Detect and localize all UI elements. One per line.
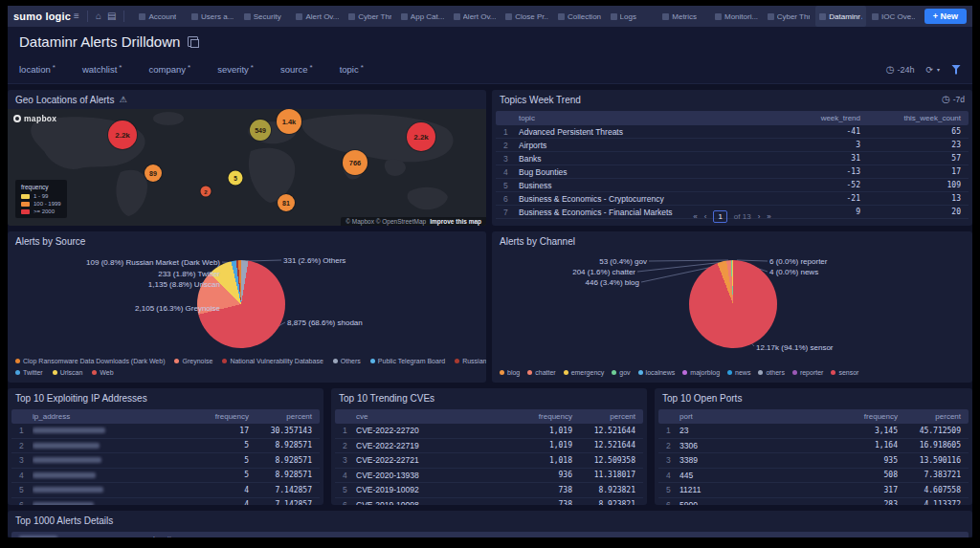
refresh-button[interactable]: ⟳▾ (925, 65, 940, 75)
table-row[interactable]: 6 Business & Economics - Cryptocurrency … (496, 192, 969, 206)
column-frequency[interactable]: frequency (517, 412, 572, 421)
column-percent[interactable]: percent (572, 412, 635, 421)
column-port[interactable]: port (679, 412, 842, 421)
column-cve[interactable]: cve (356, 412, 517, 421)
nav-tab[interactable]: Users a... (188, 6, 238, 27)
table-row[interactable]: 4 445 508 7.383721 (658, 469, 969, 484)
column-week-trend[interactable]: week_trend (784, 114, 860, 122)
table-row[interactable]: 2 Airports 3 23 (496, 139, 969, 152)
table-row[interactable]: 5 Business -52 109 (496, 179, 969, 192)
table-row[interactable]: 2 3306 1,164 16.918605 (658, 439, 969, 454)
legend-item[interactable]: Others (333, 358, 361, 364)
table-row[interactable]: 6 CVE-2019-10098 738 8.923821 (335, 498, 643, 506)
table-row[interactable]: 5 11211 317 4.607558 (658, 483, 969, 498)
nav-tab[interactable]: Monitori... (711, 6, 762, 27)
filter-icon[interactable] (951, 65, 961, 75)
legend-item[interactable]: Clop Ransomware Data Downloads (Dark Web… (15, 358, 165, 364)
column-frequency[interactable]: frequency (842, 412, 898, 421)
warning-icon[interactable]: ⚠ (119, 95, 126, 104)
panel-time-range[interactable]: ◷ -7d (942, 95, 965, 104)
legend-item[interactable]: localnews (638, 369, 676, 376)
legend-item[interactable]: chatter (527, 369, 555, 376)
column-this-week-count[interactable]: this_week_count (860, 114, 961, 122)
nav-tab[interactable]: Logs (607, 6, 657, 27)
nav-tab[interactable]: Metrics (658, 6, 709, 27)
filter-dropdown[interactable]: source * (280, 64, 313, 75)
new-button[interactable]: + New (924, 9, 967, 24)
legend-item[interactable]: others (758, 369, 784, 376)
table-row[interactable]: 1 23 3,145 45.712509 (658, 424, 969, 439)
legend-item[interactable]: Greynoise (174, 358, 212, 364)
column-percent[interactable]: percent (249, 412, 312, 421)
legend-item[interactable]: Urlscan (53, 369, 83, 376)
legend-item[interactable]: blog (500, 369, 520, 376)
improve-map-link[interactable]: Improve this map (430, 218, 481, 225)
current-page[interactable]: 1 (713, 210, 726, 223)
column-topic[interactable]: topic (519, 114, 784, 122)
nav-tab[interactable]: Account (135, 6, 186, 27)
nav-tab[interactable]: Cyber Thre... (764, 6, 814, 27)
share-icon[interactable] (188, 36, 198, 47)
nav-tab[interactable]: Alert Ov... (450, 6, 501, 27)
map-bubble[interactable]: 549 (250, 120, 271, 141)
table-row[interactable]: 3 3389 935 13.590116 (658, 453, 969, 469)
legend-item[interactable]: emergency (564, 369, 605, 376)
first-page-button[interactable]: « (693, 212, 697, 221)
table-row[interactable]: 4 Bug Bounties -13 17 (496, 165, 969, 179)
table-row[interactable]: 3 5 8.928571 (11, 453, 320, 469)
legend-item[interactable]: Russian Market (Dark Web) (455, 358, 486, 364)
column-location[interactable]: location (153, 535, 961, 537)
table-row[interactable]: 3 Banks 31 57 (496, 152, 969, 165)
nav-tab[interactable]: App Cat... (397, 6, 448, 27)
menu-icon[interactable]: ≡ (74, 11, 79, 21)
table-row[interactable]: 5 CVE-2019-10092 738 8.923821 (335, 483, 643, 498)
table-row[interactable]: 5 4 7.142857 (11, 483, 320, 498)
map[interactable]: mapbox 2.2k5491.4k2.2k897662581 frequenc… (8, 109, 486, 226)
legend-item[interactable]: gov (612, 369, 630, 376)
legend-item[interactable]: reporter (792, 369, 824, 376)
map-attribution[interactable]: © Mapbox © OpenStreetMapImprove this map (341, 217, 486, 226)
table-row[interactable]: 2 5 8.928571 (11, 439, 320, 454)
nav-tab[interactable]: IOC Ove... (868, 6, 919, 27)
sumo-logic-logo[interactable]: sumo logic (13, 11, 71, 22)
map-bubble[interactable]: 2.2k (407, 122, 435, 151)
legend-item[interactable]: Web (92, 369, 113, 376)
next-page-button[interactable]: › (758, 212, 761, 221)
nav-tab[interactable]: Security (240, 6, 291, 27)
table-row[interactable]: 4 CVE-2020-13938 936 11.318017 (335, 469, 643, 484)
map-bubble[interactable]: 81 (278, 194, 295, 211)
legend-item[interactable]: Public Telegram Board (370, 358, 445, 364)
table-row[interactable]: 1 Advanced Persistent Threats -41 65 (496, 125, 969, 139)
legend-item[interactable]: news (727, 369, 750, 376)
nav-tab[interactable]: Dataminr Al... (815, 6, 866, 27)
table-row[interactable]: 2 CVE-2022-22719 1,019 12.521644 (335, 439, 643, 454)
map-bubble[interactable]: 89 (145, 164, 162, 182)
filter-dropdown[interactable]: company * (148, 64, 190, 75)
map-bubble[interactable]: 1.4k (277, 109, 301, 134)
home-icon[interactable]: ⌂ (96, 11, 101, 21)
table-row[interactable]: 3 CVE-2022-22721 1,018 12.509358 (335, 453, 643, 469)
table-row[interactable]: 6 5900 283 4.113372 (658, 498, 969, 506)
filter-dropdown[interactable]: location * (19, 64, 56, 75)
nav-tab[interactable]: Close Pr... (501, 6, 552, 27)
table-row[interactable]: 4 5 8.928571 (11, 469, 320, 484)
pie-chart-channel[interactable] (689, 260, 777, 348)
column-frequency[interactable]: frequency (193, 412, 249, 421)
filter-dropdown[interactable]: topic * (340, 64, 364, 75)
nav-tab[interactable]: Collection (554, 6, 605, 27)
legend-item[interactable]: majorblog (682, 369, 720, 376)
column-ip-address[interactable]: ip_address (33, 412, 193, 421)
prev-page-button[interactable]: ‹ (704, 212, 707, 221)
last-page-button[interactable]: » (767, 212, 770, 221)
table-row[interactable]: 1 17 30.357143 (11, 424, 320, 439)
map-bubble[interactable]: 2 (201, 186, 212, 197)
filter-dropdown[interactable]: severity * (217, 64, 254, 75)
library-icon[interactable]: ▤ (107, 11, 116, 21)
nav-tab[interactable]: Cyber Thre... (345, 6, 395, 27)
table-row[interactable]: 1 CVE-2022-22720 1,019 12.521644 (335, 424, 643, 439)
legend-item[interactable]: sensor (831, 369, 858, 376)
legend-item[interactable]: National Vulnerability Database (222, 358, 323, 364)
map-bubble[interactable]: 2.2k (108, 121, 137, 149)
map-bubble[interactable]: 766 (343, 150, 368, 175)
nav-tab[interactable]: Alert Ov... (292, 6, 343, 27)
